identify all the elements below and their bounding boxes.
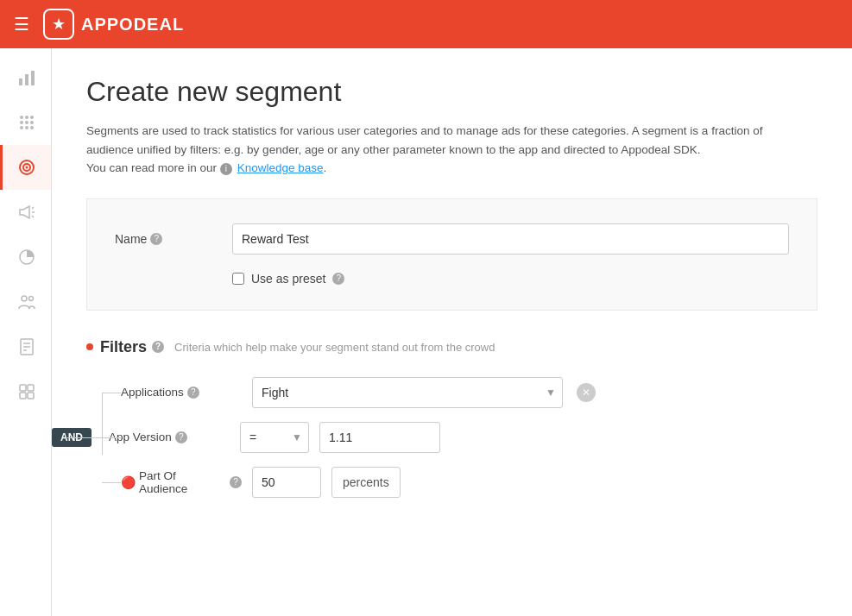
filters-subtitle: Criteria which help make your segment st… — [174, 341, 495, 354]
svg-point-6 — [20, 121, 23, 124]
name-help-icon[interactable]: ? — [150, 233, 162, 245]
pie-icon — [17, 248, 36, 267]
svg-line-16 — [32, 207, 34, 209]
logo-container: ★ APPODEAL — [43, 9, 184, 40]
hamburger-icon[interactable]: ☰ — [14, 14, 29, 35]
part-of-audience-label: 🔴 Part Of Audience ? — [121, 469, 242, 495]
app-version-row: AND App Version ? = != > < ▼ — [121, 422, 817, 453]
applications-select-wrapper: Fight ▼ — [252, 377, 563, 408]
applications-label: Applications ? — [121, 386, 242, 399]
operator-select-wrapper: = != > < ▼ — [240, 422, 309, 453]
svg-rect-29 — [28, 393, 34, 399]
connector-audience — [102, 482, 121, 483]
main-content: Create new segment Segments are used to … — [52, 48, 852, 616]
sidebar-item-chart[interactable] — [0, 55, 51, 100]
svg-marker-15 — [20, 206, 29, 218]
chart-icon — [17, 68, 36, 87]
info-icon: i — [220, 163, 232, 175]
settings-icon — [17, 382, 36, 401]
group-line — [102, 393, 103, 455]
sidebar-item-document[interactable] — [0, 324, 51, 369]
filters-section: Filters ? Criteria which help make your … — [86, 338, 817, 539]
description-line2: audience unified by filters: e.g. by gen… — [86, 143, 700, 156]
preset-help-icon[interactable]: ? — [332, 273, 344, 285]
part-of-audience-row: 🔴 Part Of Audience ? percents — [121, 467, 817, 498]
applications-help-icon[interactable]: ? — [187, 387, 199, 399]
sidebar-item-users[interactable] — [0, 280, 51, 324]
units-label: percents — [331, 467, 401, 498]
svg-point-11 — [30, 126, 34, 129]
svg-point-7 — [25, 121, 28, 124]
svg-point-4 — [25, 116, 28, 119]
sidebar — [0, 48, 52, 616]
description: Segments are used to track statistics fo… — [86, 122, 817, 178]
name-row: Name ? — [115, 223, 789, 255]
svg-point-8 — [30, 121, 34, 124]
logo-icon: ★ — [43, 9, 74, 40]
description-line3: You can read more in our — [86, 161, 217, 174]
filters-title-container: Filters ? — [100, 338, 164, 356]
svg-line-18 — [32, 216, 34, 217]
svg-rect-28 — [20, 393, 26, 399]
svg-point-9 — [20, 126, 23, 129]
segments-icon — [17, 158, 36, 177]
knowledge-base-link[interactable]: Knowledge base — [237, 161, 324, 174]
svg-point-10 — [25, 126, 28, 129]
sidebar-item-pie[interactable] — [0, 235, 51, 280]
svg-rect-1 — [25, 74, 28, 85]
svg-rect-27 — [28, 385, 34, 391]
page-title: Create new segment — [86, 76, 817, 108]
svg-point-21 — [29, 297, 34, 301]
sidebar-item-apps[interactable] — [0, 100, 51, 145]
megaphone-icon — [17, 203, 36, 222]
logo-text: APPODEAL — [81, 15, 184, 35]
filters-header: Filters ? Criteria which help make your … — [86, 338, 817, 356]
clear-applications-button[interactable]: ✕ — [577, 383, 596, 402]
filters-dot — [86, 343, 93, 350]
name-label: Name ? — [115, 232, 218, 246]
svg-point-20 — [22, 296, 27, 301]
filters-title-text: Filters — [100, 338, 147, 356]
svg-rect-2 — [31, 71, 35, 85]
applications-select[interactable]: Fight — [252, 377, 563, 408]
operator-select[interactable]: = != > < — [240, 422, 309, 453]
app-version-help-icon[interactable]: ? — [175, 431, 187, 443]
top-header: ☰ ★ APPODEAL — [0, 0, 852, 48]
sidebar-item-segments[interactable] — [0, 145, 51, 190]
users-icon — [17, 292, 36, 311]
sidebar-item-settings[interactable] — [0, 369, 51, 414]
audience-help-icon[interactable]: ? — [230, 476, 242, 488]
applications-row: Applications ? Fight ▼ ✕ — [121, 377, 817, 408]
svg-point-14 — [26, 167, 28, 169]
filter-group: Applications ? Fight ▼ ✕ AND App Version… — [121, 377, 817, 498]
svg-point-5 — [30, 116, 34, 119]
preset-row: Use as preset ? — [232, 272, 789, 286]
use-as-preset-checkbox[interactable] — [232, 273, 244, 285]
description-line1: Segments are used to track statistics fo… — [86, 124, 762, 137]
name-input[interactable] — [232, 223, 789, 255]
document-icon — [17, 337, 36, 356]
flame-icon: 🔴 — [121, 475, 136, 489]
audience-value-input[interactable] — [252, 467, 321, 498]
svg-rect-0 — [19, 79, 22, 85]
app-version-label: App Version ? — [109, 431, 230, 443]
svg-point-3 — [20, 116, 23, 119]
filters-help-icon[interactable]: ? — [152, 341, 164, 353]
connector-app-version — [67, 437, 121, 438]
apps-icon — [17, 113, 36, 132]
connector-applications — [102, 393, 121, 393]
app-version-input[interactable] — [319, 422, 440, 453]
form-section: Name ? Use as preset ? — [86, 198, 817, 311]
use-as-preset-label: Use as preset — [251, 272, 325, 286]
sidebar-item-megaphone[interactable] — [0, 190, 51, 235]
svg-rect-26 — [20, 385, 26, 391]
